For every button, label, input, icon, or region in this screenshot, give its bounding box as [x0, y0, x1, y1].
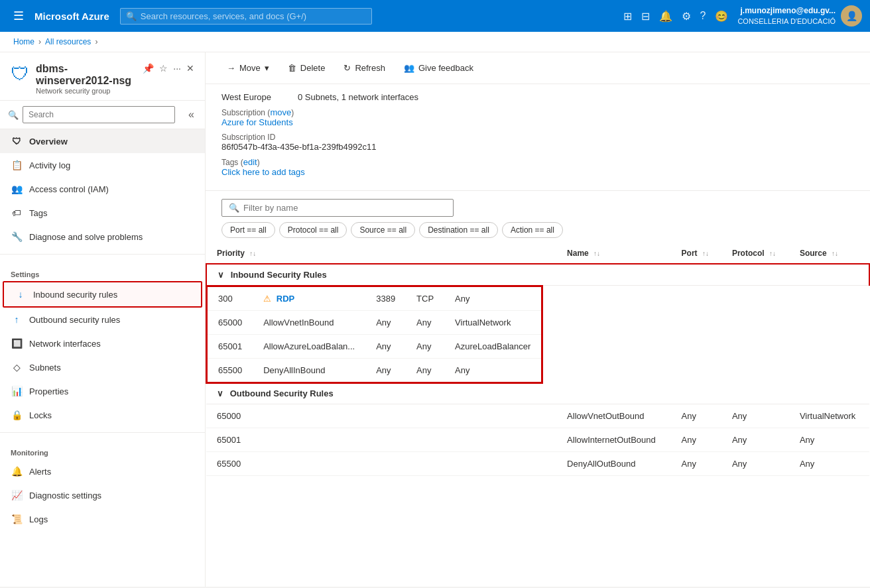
- filter-by-name-input[interactable]: [243, 203, 429, 213]
- global-search-bar[interactable]: 🔍: [120, 8, 372, 25]
- sidebar-item-diagnose[interactable]: 🔧 Diagnose and solve problems: [0, 225, 205, 249]
- outbound-icon: ↑: [11, 314, 23, 325]
- outbound-section-header-row: ∨ Outbound Security Rules: [206, 383, 869, 404]
- source-sort-icon[interactable]: ↑↓: [832, 250, 838, 257]
- refresh-button[interactable]: ↻ Refresh: [336, 59, 393, 77]
- tags-row: Tags (edit) Click here to add tags: [221, 157, 854, 177]
- star-icon[interactable]: ☆: [159, 63, 168, 74]
- table-row[interactable]: 65500 DenyAllOutBound Any Any Any: [206, 452, 869, 476]
- sidebar-item-subnets[interactable]: ◇ Subnets: [0, 355, 205, 379]
- hamburger-menu[interactable]: ☰: [8, 6, 29, 26]
- outbound-expand-icon: ∨: [217, 388, 223, 398]
- cell-name: AllowInternetOutBound: [556, 428, 670, 452]
- diagnose-icon: 🔧: [11, 231, 23, 242]
- content-toolbar: → Move ▾ 🗑 Delete ↻ Refresh 👥 Give feedb…: [206, 52, 870, 84]
- refresh-label: Refresh: [355, 63, 385, 73]
- sidebar-item-alerts[interactable]: 🔔 Alerts: [0, 459, 205, 483]
- rdp-link[interactable]: RDP: [277, 294, 294, 304]
- refresh-icon: ↻: [343, 63, 351, 73]
- sidebar-item-diagnostic[interactable]: 📈 Diagnostic settings: [0, 483, 205, 507]
- subscription-id-label: Subscription ID: [221, 133, 854, 142]
- breadcrumb-all-resources[interactable]: All resources: [45, 37, 91, 46]
- filter-pill-source[interactable]: Source == all: [351, 222, 415, 238]
- cell-port: Any: [671, 404, 721, 428]
- portal-menu-icon[interactable]: ⊟: [641, 10, 650, 23]
- table-row[interactable]: 65001 AllowInternetOutBound Any Any Any: [206, 428, 869, 452]
- filter-pill-protocol[interactable]: Protocol == all: [279, 222, 347, 238]
- cell-priority: 65500: [207, 359, 253, 383]
- sidebar-item-activity-log[interactable]: 📋 Activity log: [0, 153, 205, 177]
- sidebar-item-locks-label: Locks: [29, 410, 52, 420]
- sidebar-item-properties[interactable]: 📊 Properties: [0, 379, 205, 403]
- table-row[interactable]: 300 ⚠ RDP 3389 TCP Any: [207, 286, 542, 311]
- sidebar-item-inbound[interactable]: ↓ Inbound security rules: [3, 281, 202, 308]
- pin-icon[interactable]: 📌: [143, 63, 154, 74]
- location-value: West Europe: [221, 92, 271, 102]
- search-icon: 🔍: [126, 11, 137, 21]
- sidebar-item-outbound-label: Outbound security rules: [29, 315, 120, 325]
- user-avatar[interactable]: 👤: [841, 5, 862, 27]
- table-row[interactable]: 65500 DenyAllInBound Any Any Any: [207, 359, 542, 383]
- sidebar-close-icon[interactable]: ✕: [186, 63, 194, 74]
- sidebar-item-network-interfaces[interactable]: 🔲 Network interfaces: [0, 331, 205, 355]
- subnets-icon: ◇: [11, 362, 23, 373]
- priority-sort-icon[interactable]: ↑↓: [249, 250, 256, 257]
- feedback-icon[interactable]: 😊: [715, 10, 728, 23]
- sidebar-item-tags[interactable]: 🏷 Tags: [0, 201, 205, 225]
- sidebar-item-logs[interactable]: 📜 Logs: [0, 507, 205, 531]
- delete-button[interactable]: 🗑 Delete: [280, 59, 334, 77]
- table-row[interactable]: 65001 AllowAzureLoadBalan... Any Any Azu…: [207, 335, 542, 359]
- move-button[interactable]: → Move ▾: [219, 59, 277, 77]
- settings-icon[interactable]: ⚙: [682, 10, 691, 23]
- table-row[interactable]: 65000 AllowVnetInBound Any Any VirtualNe…: [207, 311, 542, 335]
- subscription-name[interactable]: Azure for Students: [221, 117, 293, 127]
- sidebar-item-activity-label: Activity log: [29, 160, 70, 170]
- filter-pill-port[interactable]: Port == all: [221, 222, 275, 238]
- tags-icon: 🏷: [11, 207, 23, 218]
- notifications-icon[interactable]: 🔔: [659, 10, 672, 23]
- sidebar-search-input[interactable]: [23, 106, 175, 123]
- sidebar-search-section: 🔍 «: [0, 101, 205, 129]
- cell-protocol: Any: [406, 335, 444, 359]
- filter-search-container[interactable]: 🔍: [221, 199, 454, 217]
- give-feedback-button[interactable]: 👥 Give feedback: [396, 59, 481, 77]
- sidebar-item-network-label: Network interfaces: [29, 339, 101, 349]
- security-rules-table: Priority ↑↓ Name ↑↓ Port ↑↓ Protocol ↑↓: [206, 243, 870, 476]
- cell-port: Any: [365, 359, 406, 383]
- tags-add-link[interactable]: Click here to add tags: [221, 167, 305, 177]
- cell-port: Any: [365, 335, 406, 359]
- sidebar-item-alerts-label: Alerts: [29, 467, 51, 477]
- breadcrumb-home[interactable]: Home: [13, 37, 34, 46]
- tags-edit-link[interactable]: edit: [243, 157, 257, 167]
- sidebar-resource-subtitle: Network security group: [36, 87, 136, 95]
- sidebar-item-overview-label: Overview: [29, 137, 68, 147]
- col-protocol: Protocol ↑↓: [721, 243, 789, 264]
- sidebar-item-locks[interactable]: 🔒 Locks: [0, 403, 205, 427]
- table-row[interactable]: 65000 AllowVnetOutBound Any Any VirtualN…: [206, 404, 869, 428]
- col-priority: Priority ↑↓: [206, 243, 556, 264]
- sidebar-item-access-control[interactable]: 👥 Access control (IAM): [0, 177, 205, 201]
- sidebar-item-overview[interactable]: 🛡 Overview: [0, 129, 205, 153]
- more-icon[interactable]: ···: [173, 63, 181, 74]
- filter-pill-action[interactable]: Action == all: [502, 222, 563, 238]
- help-icon[interactable]: ?: [700, 10, 706, 22]
- feedback-people-icon: 👥: [404, 63, 414, 73]
- feedback-label: Give feedback: [418, 63, 473, 73]
- filter-pill-destination[interactable]: Destination == all: [419, 222, 498, 238]
- resource-shield-icon: 🛡: [11, 63, 29, 85]
- sidebar-collapse-button[interactable]: «: [186, 106, 197, 123]
- cell-name: AllowVnetInBound: [253, 311, 365, 335]
- sidebar-item-subnets-label: Subnets: [29, 363, 61, 373]
- cell-name[interactable]: ⚠ RDP: [253, 286, 365, 311]
- cell-priority: 65500: [206, 452, 556, 476]
- cloud-shell-icon[interactable]: ⊞: [623, 10, 632, 23]
- sidebar-item-outbound[interactable]: ↑ Outbound security rules: [0, 308, 205, 331]
- global-search-input[interactable]: [141, 11, 326, 21]
- protocol-sort-icon[interactable]: ↑↓: [769, 250, 776, 257]
- monitoring-section-header: Monitoring: [0, 438, 205, 459]
- port-sort-icon[interactable]: ↑↓: [702, 250, 709, 257]
- col-name: Name ↑↓: [556, 243, 670, 264]
- subscription-move-link[interactable]: move: [270, 107, 291, 117]
- cell-source: Any: [444, 359, 542, 383]
- name-sort-icon[interactable]: ↑↓: [593, 250, 600, 257]
